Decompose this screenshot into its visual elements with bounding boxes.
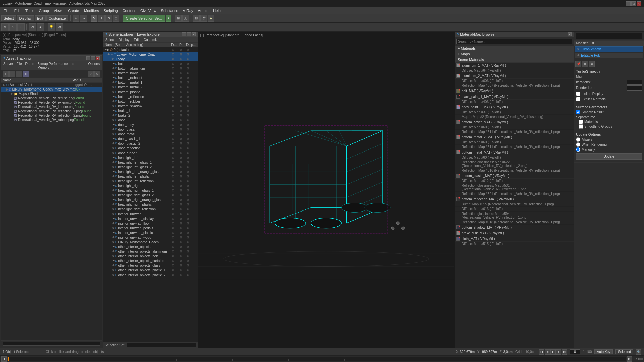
when-rendering-radio[interactable] xyxy=(576,142,580,147)
list-item[interactable]: 👁□interior_unwrap_pedals⊠⊠⊠ xyxy=(103,226,198,230)
list-item[interactable]: 🖼 Recreational_Vehicle_RV_reflection_1.p… xyxy=(1,109,102,113)
list-item[interactable]: 🖼 Recreational_Vehicle_RV_rubber.png Fou… xyxy=(1,118,102,122)
list-item[interactable]: 👁□other_interior_objects_plastic_1⊠⊠⊠ xyxy=(103,268,198,273)
list-item[interactable]: 👁□door_glass⊠⊠⊠ xyxy=(103,127,198,132)
list-item[interactable]: 🖼 Recreational_Vehicle_RV_interior.png F… xyxy=(1,105,102,109)
mat-sub-row[interactable]: Diffuse: Map #612 ( Falloff ) xyxy=(455,179,574,183)
mod-editable-poly[interactable]: 👁 Editable Poly xyxy=(575,53,643,58)
list-item[interactable]: 🖼 Recreational_Vehicle_RV_reflection_2.p… xyxy=(1,113,102,118)
list-item[interactable]: 👁□headlight_right_plastic⊠⊠⊠ xyxy=(103,202,198,207)
mat-row[interactable]: bottom_cover_MAT ( VRayMtl ) xyxy=(455,119,574,125)
list-item[interactable]: 👁□brake_2⊠⊠⊠ xyxy=(103,113,198,118)
menu-substance[interactable]: Substance xyxy=(159,8,181,13)
isoline-checkbox[interactable] xyxy=(576,92,580,96)
next-frame-btn[interactable]: ▶ xyxy=(556,349,561,355)
mat-sub-row[interactable]: Diffuse: Map #613 ( Falloff ) xyxy=(455,207,574,212)
timeline-bar[interactable]: ◀ ▶ 0 / 100 xyxy=(0,355,644,362)
se-menu-select[interactable]: Select xyxy=(105,38,115,42)
viewport[interactable]: [+] [Perspective] [Standard] [Edged Face… xyxy=(198,32,454,348)
materials-checkbox[interactable] xyxy=(579,120,583,124)
mat-scene-header[interactable]: Scene Materials xyxy=(455,57,574,63)
toolbar-customize[interactable]: Customize xyxy=(46,15,68,21)
mod-delete-btn[interactable]: 🗑 xyxy=(589,61,595,67)
mat-search-input[interactable] xyxy=(456,39,572,44)
se-selection-set-input[interactable] xyxy=(127,343,196,347)
list-item[interactable]: 👁□bottom_metal_1⊠⊠⊠ xyxy=(103,80,198,85)
se-tree[interactable]: 👁 ▶ ⬡ 0 (default) ⊠ ⊠ ⊠ 👁 ▼ □ Luxury_Mot… xyxy=(103,47,198,342)
list-item[interactable]: ▼ 📁 Maps / Shaders xyxy=(1,92,102,96)
mat-row[interactable]: bottom_reflection_MAT ( VRayMtl ) xyxy=(455,196,574,202)
list-item[interactable]: 👁□door_plastic_2⊠⊠⊠ xyxy=(103,141,198,146)
list-item[interactable]: 👁□bottom_reflection⊠⊠⊠ xyxy=(103,94,198,99)
mat-row[interactable]: body_paint_1_MAT ( VRayMtl ) xyxy=(455,104,574,110)
menu-create[interactable]: Create xyxy=(66,8,82,13)
list-item[interactable]: 👁 ▶ ⬡ 0 (default) ⊠ ⊠ ⊠ xyxy=(103,47,198,52)
curve-editor-btn[interactable]: C xyxy=(17,23,25,31)
list-item[interactable]: 👁□bottom_plastic⊠⊠⊠ xyxy=(103,89,198,94)
se-menu-edit[interactable]: Edit xyxy=(133,38,140,42)
list-item[interactable]: 👁□Luxury_Motorhome_Coach⊠⊠⊠ xyxy=(103,240,198,244)
list-item[interactable]: 👁□other_interior_objects_aluminum⊠⊠⊠ xyxy=(103,249,198,254)
list-item[interactable]: 👁□bottom_metal_2⊠⊠⊠ xyxy=(103,85,198,89)
mat-sub-row[interactable]: Diffuse: Map #60 ( Falloff ) xyxy=(455,155,574,160)
list-item[interactable]: 👁□bottom⊠⊠⊠ xyxy=(103,61,198,66)
close-btn[interactable]: ✕ xyxy=(637,1,641,6)
mat-sub-row[interactable]: Map 1: Map #2 (Recreational_Vehicle_RV_d… xyxy=(455,115,574,119)
render-setup-btn[interactable]: 🎬 xyxy=(200,15,207,22)
list-item[interactable]: 👁□other_interior_objects⊠⊠⊠ xyxy=(103,244,198,249)
se-close[interactable]: ✕ xyxy=(192,32,196,36)
maximize-btn[interactable]: □ xyxy=(631,1,636,6)
asset-tracking-close[interactable]: ✕ xyxy=(96,56,100,60)
mat-browser-close[interactable]: ✕ xyxy=(568,32,572,36)
mat-row[interactable]: bottom_metal_2_MAT ( VRayMtl ) xyxy=(455,134,574,140)
asset-menu-server[interactable]: Server xyxy=(3,62,14,70)
list-item[interactable]: 👁□interior_unwrap⊠⊠⊠ xyxy=(103,212,198,216)
toolbar-display[interactable]: Display xyxy=(17,15,34,21)
list-item[interactable]: 👁□headlight_left_orange_glass⊠⊠⊠ xyxy=(103,169,198,174)
search-btn[interactable]: 🔍 xyxy=(636,349,641,355)
viewport-mode-btn[interactable]: ⊟ xyxy=(193,15,200,22)
list-item[interactable]: 👁□bottom_rubber⊠⊠⊠ xyxy=(103,99,198,104)
mat-sub-row[interactable]: Reflection glossiness: Map #594 (Recreat… xyxy=(455,212,574,220)
toolbar-edit[interactable]: Edit xyxy=(35,15,46,21)
create-selection-btn[interactable]: Create Selection Se... xyxy=(123,15,165,22)
mod-list-header[interactable]: Modifier List xyxy=(574,41,644,46)
se-minimize[interactable]: _ xyxy=(182,32,186,36)
list-item[interactable]: 👁□door_plastic_1⊠⊠⊠ xyxy=(103,136,198,141)
rotate-tool[interactable]: ↻ xyxy=(105,15,112,22)
menu-views[interactable]: Views xyxy=(51,8,66,13)
explicit-normals-checkbox[interactable] xyxy=(576,97,580,101)
list-item[interactable]: 👁□other_interior_objects_belt⊠⊠⊠ xyxy=(103,254,198,258)
mat-sub-row[interactable]: Reflection: Map #611 (Recreational_Vehic… xyxy=(455,145,574,149)
list-item[interactable]: 👁□other_interior_objects_plastic_2⊠⊠⊠ xyxy=(103,273,198,277)
asset-menu-options[interactable]: Options xyxy=(88,62,100,70)
auto-key-btn[interactable]: Auto Key xyxy=(594,349,613,354)
list-item[interactable]: 👁□door_body⊠⊠⊠ xyxy=(103,122,198,127)
mat-row[interactable]: brake_disk_MAT ( VRayMtl ) xyxy=(455,230,574,236)
asset-menu-paths[interactable]: Paths xyxy=(25,62,35,70)
time-input[interactable] xyxy=(570,349,580,354)
menu-scripting[interactable]: Scripting xyxy=(101,8,120,13)
mat-sub-row[interactable]: Bump: Map #595 (Recreational_Vehicle_RV_… xyxy=(455,202,574,207)
render-btn[interactable]: ▶ xyxy=(208,15,214,22)
mat-row[interactable]: bottom_metal_MAT ( VRayMtl ) xyxy=(455,149,574,155)
scene-explorer-btn[interactable]: 🗂 xyxy=(56,23,63,31)
asset-help[interactable]: ? xyxy=(88,71,94,77)
update-btn[interactable]: Update xyxy=(576,153,642,160)
asset-tb-2[interactable]: - xyxy=(9,71,15,77)
list-item[interactable]: 👁□headlight_right_orange_glass⊠⊠⊠ xyxy=(103,197,198,202)
mat-sub-row[interactable]: Reflection glossiness: Map #531 (Recreat… xyxy=(455,183,574,192)
list-item[interactable]: 👁□door_rubber⊠⊠⊠ xyxy=(103,150,198,155)
wireframe-btn[interactable]: W xyxy=(29,23,36,31)
mat-sub-row[interactable]: Diffuse: Map #60 ( Falloff ) xyxy=(455,140,574,145)
mat-sub-row[interactable]: Reflection: Map #516 (Recreational_Vehic… xyxy=(455,168,574,173)
list-item[interactable]: 👁□other_interior_objects_glass⊠⊠⊠ xyxy=(103,263,198,268)
mat-sub-row[interactable]: Reflection glossiness: Map #622 (Recreat… xyxy=(455,160,574,168)
asset-tb-4[interactable]: ≡ xyxy=(23,71,29,77)
list-item[interactable]: 👁□headlight_left_plastic⊠⊠⊠ xyxy=(103,174,198,179)
light-lister-btn[interactable]: 💡 xyxy=(48,23,55,31)
prev-frame-btn[interactable]: ◀ xyxy=(545,349,550,355)
mat-sub-row[interactable]: Diffuse: Map #606 ( Falloff ) xyxy=(455,79,574,83)
mat-sub-row[interactable]: Diffuse: Map #406 ( Falloff ) xyxy=(455,100,574,104)
list-item[interactable]: 👁□headlight_right_reflection⊠⊠⊠ xyxy=(103,207,198,212)
